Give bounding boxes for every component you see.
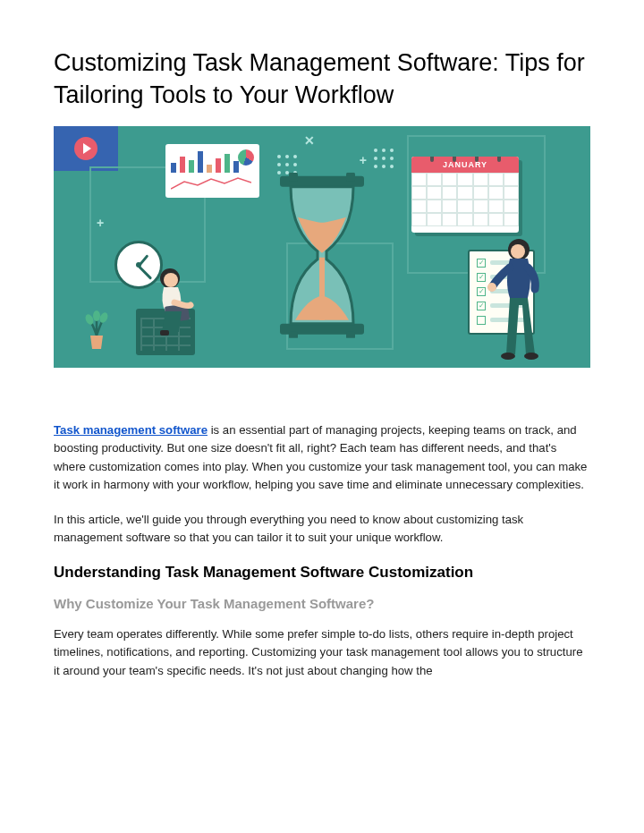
person-sitting-icon (139, 262, 210, 352)
svg-point-16 (501, 353, 515, 360)
svg-point-17 (524, 353, 538, 360)
hourglass-icon (264, 173, 380, 338)
sub-heading: Why Customize Your Task Management Softw… (54, 596, 590, 611)
page-title: Customizing Task Management Software: Ti… (54, 47, 590, 112)
person-standing-icon (481, 234, 562, 368)
intro-paragraph-2: In this article, we'll guide you through… (54, 511, 590, 548)
hero-illustration: ✕ + + J (54, 126, 590, 368)
calendar-icon: JANUARY (411, 157, 519, 233)
video-icon (54, 126, 118, 171)
section-heading: Understanding Task Management Software C… (54, 564, 590, 582)
svg-point-10 (164, 273, 178, 287)
svg-rect-6 (346, 173, 355, 182)
intro-paragraph-1: Task management software is an essential… (54, 421, 590, 495)
svg-point-14 (511, 244, 525, 259)
svg-rect-12 (160, 330, 169, 336)
play-icon (74, 137, 97, 160)
task-management-link[interactable]: Task management software (54, 423, 208, 437)
svg-point-2 (93, 310, 100, 321)
svg-rect-5 (289, 173, 298, 182)
plant-icon (84, 309, 109, 352)
chart-icon (165, 144, 259, 198)
section-paragraph-1: Every team operates differently. While s… (54, 625, 590, 680)
svg-rect-7 (289, 332, 298, 338)
svg-rect-8 (346, 332, 355, 338)
svg-point-15 (487, 283, 496, 292)
